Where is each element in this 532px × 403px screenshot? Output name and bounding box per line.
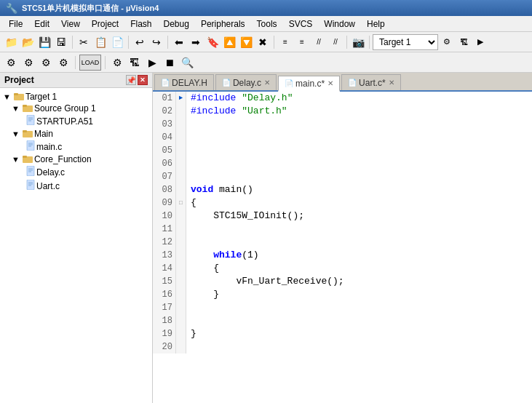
sep2 (128, 36, 129, 49)
indent-btn[interactable]: ≡ (277, 34, 293, 50)
target-options-btn[interactable]: ⚙ (439, 34, 455, 50)
code-line-14: 14 { (153, 262, 532, 275)
menu-item-svcs[interactable]: SVCS (283, 16, 319, 31)
tree-main-c[interactable]: main.c (0, 140, 152, 153)
t2-btn8[interactable]: ⏹ (162, 55, 178, 71)
code-line-18: 18 (153, 314, 532, 327)
clear-bookmarks-btn[interactable]: ✖ (255, 34, 271, 50)
sourcegroup1-label: Source Group 1 (34, 103, 96, 113)
tree-corefunc-group[interactable]: ▼ Core_Function (0, 153, 152, 165)
t2-btn7[interactable]: ▶ (144, 55, 160, 71)
tree-main-group[interactable]: ▼ Main (0, 128, 152, 140)
t2-btn1[interactable]: ⚙ (3, 55, 19, 71)
tree-uart-c[interactable]: Uart.c (0, 179, 152, 193)
t2-btn5[interactable]: ⚙ (109, 55, 125, 71)
menu-item-debug[interactable]: Debug (158, 16, 195, 31)
next-bookmark-btn[interactable]: 🔽 (238, 34, 254, 50)
tab-delay-c-label: Delay.c (233, 78, 261, 88)
code-line-07: 07 (153, 170, 532, 183)
sourcegroup-folder-icon (23, 103, 33, 113)
save-btn[interactable]: 💾 (36, 34, 52, 50)
tree-sourcegroup1[interactable]: ▼ Source Group 1 (0, 103, 152, 114)
new-btn[interactable]: 📁 (3, 34, 19, 50)
tab-uart-c[interactable]: 📄 Uart.c* ✕ (341, 74, 401, 90)
cut-btn[interactable]: ✂ (76, 34, 92, 50)
t2-load-btn[interactable]: LOAD (79, 55, 101, 71)
tab-delay-c-close[interactable]: ✕ (264, 79, 270, 87)
app-icon: 🔧 (6, 3, 17, 14)
menu-item-peripherals[interactable]: Peripherals (195, 16, 251, 31)
t2-btn6[interactable]: 🏗 (127, 55, 143, 71)
target-run-btn[interactable]: ▶ (472, 34, 488, 50)
target-dropdown[interactable]: Target 1 (373, 34, 438, 50)
startup-file-icon (26, 115, 35, 127)
tab-uart-c-icon: 📄 (348, 79, 357, 87)
tree-startup-a51[interactable]: STARTUP.A51 (0, 114, 152, 128)
main-folder-icon (23, 129, 33, 139)
uncomment-btn[interactable]: // (327, 34, 344, 50)
project-header: Project 📌 ✕ (0, 73, 152, 88)
save-all-btn[interactable]: 🖫 (53, 34, 69, 50)
menu-item-window[interactable]: Window (318, 16, 361, 31)
code-line-19: 19 } (153, 327, 532, 340)
tab-delay-h-icon: 📄 (161, 79, 170, 87)
code-line-02: 02 #include "Uart.h" (153, 105, 532, 118)
main-expand-icon: ▼ (12, 129, 20, 138)
open-btn[interactable]: 📂 (20, 34, 36, 50)
unindent-btn[interactable]: ≡ (294, 34, 310, 50)
menu-item-help[interactable]: Help (361, 16, 391, 31)
code-line-13: 13 while(1) (153, 249, 532, 262)
tab-delay-c[interactable]: 📄 Delay.c ✕ (215, 74, 277, 90)
menu-item-tools[interactable]: Tools (251, 16, 283, 31)
comment-btn[interactable]: // (311, 34, 327, 50)
code-editor[interactable]: 01 ► #include "Delay.h" 02 #include "Uar… (153, 92, 532, 403)
panel-pin-btn[interactable]: 📌 (126, 75, 136, 85)
sep3 (167, 36, 168, 49)
tab-delay-h-label: DELAY.H (172, 78, 207, 88)
bookmark-btn[interactable]: 🔖 (205, 34, 221, 50)
tab-uart-c-label: Uart.c* (359, 78, 386, 88)
menu-item-project[interactable]: Project (86, 16, 124, 31)
t2-btn3[interactable]: ⚙ (38, 55, 54, 71)
panel-close-btn[interactable]: ✕ (138, 75, 148, 85)
app-title: STC51单片机模拟串口通信 - µVision4 (22, 3, 159, 14)
delay-c-file-icon (26, 166, 35, 178)
prev-bookmark-btn[interactable]: 🔼 (221, 34, 237, 50)
nav-fwd-btn[interactable]: ➡ (188, 34, 204, 50)
sep-t2 (75, 56, 76, 69)
redo-btn[interactable]: ↪ (148, 34, 164, 50)
undo-btn[interactable]: ↩ (132, 34, 148, 50)
code-line-12: 12 (153, 236, 532, 249)
t2-btn9[interactable]: 🔍 (179, 55, 195, 71)
toolbar1: 📁 📂 💾 🖫 ✂ 📋 📄 ↩ ↪ ⬅ ➡ 🔖 🔼 🔽 ✖ ≡ ≡ // // … (0, 32, 532, 52)
sep4 (274, 36, 274, 49)
tree-target1[interactable]: ▼ Target 1 (0, 91, 152, 103)
code-line-09: 09 □ { (153, 196, 532, 210)
project-title: Project (4, 75, 34, 85)
tab-delay-h[interactable]: 📄 DELAY.H (154, 74, 214, 90)
tab-main-c[interactable]: 📄 main.c* ✕ (278, 76, 340, 92)
main-group-label: Main (34, 129, 53, 139)
t2-btn2[interactable]: ⚙ (20, 55, 36, 71)
code-line-06: 06 (153, 157, 532, 170)
svg-rect-20 (27, 180, 34, 190)
menu-item-view[interactable]: View (55, 16, 86, 31)
svg-rect-3 (23, 105, 27, 107)
menu-item-edit[interactable]: Edit (28, 16, 55, 31)
code-line-15: 15 vFn_Uart_Receive(); (153, 275, 532, 288)
menu-item-flash[interactable]: Flash (124, 16, 157, 31)
tab-uart-c-close[interactable]: ✕ (389, 79, 394, 87)
t2-btn4[interactable]: ⚙ (55, 55, 71, 71)
corefunc-folder-icon (23, 154, 33, 164)
svg-rect-16 (27, 166, 34, 176)
menu-item-file[interactable]: File (3, 16, 28, 31)
project-tree: ▼ Target 1 ▼ Source Group 1 STARTUP.A (0, 88, 152, 403)
tree-delay-c[interactable]: Delay.c (0, 165, 152, 179)
copy-btn[interactable]: 📋 (92, 34, 108, 50)
nav-back-btn[interactable]: ⬅ (171, 34, 187, 50)
code-line-11: 11 (153, 223, 532, 236)
screenshot-btn[interactable]: 📷 (350, 34, 366, 50)
tab-main-c-close[interactable]: ✕ (327, 79, 333, 87)
paste-btn[interactable]: 📄 (109, 34, 125, 50)
target-build-btn[interactable]: 🏗 (456, 34, 472, 50)
